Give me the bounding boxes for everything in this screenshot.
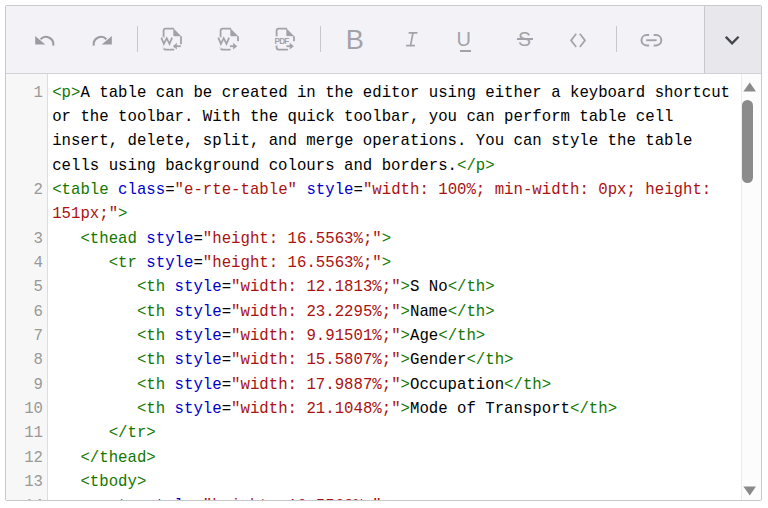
svg-text:PDF: PDF (275, 37, 290, 46)
